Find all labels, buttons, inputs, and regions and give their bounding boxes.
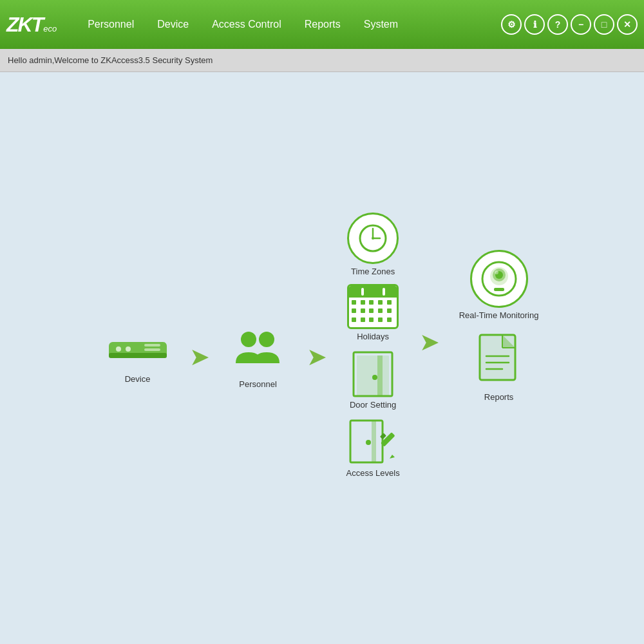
svg-rect-29 [480, 335, 515, 380]
time-zones-label: Time Zones [351, 267, 395, 276]
svg-rect-14 [377, 355, 383, 396]
time-zones-icon-circle [347, 213, 399, 264]
svg-point-18 [366, 440, 371, 445]
reports-label: Reports [484, 392, 514, 402]
device-column: Device [106, 332, 170, 384]
svg-rect-17 [372, 421, 376, 462]
access-levels-icon [347, 417, 399, 466]
calendar-grid [349, 298, 397, 327]
svg-point-11 [372, 237, 374, 240]
window-controls: ⚙ ℹ ? − □ ✕ [501, 14, 638, 35]
device-item[interactable]: Device [106, 332, 170, 384]
nav-system[interactable]: System [352, 0, 410, 49]
svg-rect-27 [494, 288, 504, 291]
real-time-monitoring-label: Real-Time Monitoring [459, 310, 539, 320]
svg-point-2 [116, 346, 121, 352]
reports-icon [473, 332, 525, 390]
real-time-monitoring-item[interactable]: Real-Time Monitoring [459, 250, 539, 320]
logo-t: T [32, 13, 44, 37]
access-levels-item[interactable]: Access Levels [346, 417, 400, 478]
real-time-monitoring-icon-circle [470, 250, 528, 308]
arrow-personnel-middle: ➤ [307, 343, 327, 371]
svg-rect-4 [144, 344, 160, 346]
svg-rect-1 [109, 353, 167, 358]
minimize-button[interactable]: − [571, 14, 591, 35]
svg-point-3 [126, 346, 131, 352]
nav-reports[interactable]: Reports [293, 0, 352, 49]
door-setting-icon [350, 349, 395, 397]
logo-zk: ZK [6, 13, 32, 37]
arrow-middle-right: ➤ [419, 328, 440, 356]
title-bar: ZK T eco Personnel Device Access Control… [0, 0, 644, 49]
svg-point-15 [372, 375, 377, 380]
door-setting-item[interactable]: Door Setting [350, 349, 396, 410]
logo-eco: eco [43, 24, 57, 33]
device-label: Device [125, 374, 151, 384]
status-bar: Hello admin,Welcome to ZKAccess3.5 Secur… [0, 49, 644, 72]
nav-personnel[interactable]: Personnel [76, 0, 146, 49]
status-message: Hello admin,Welcome to ZKAccess3.5 Secur… [8, 55, 213, 65]
help-button[interactable]: ? [547, 14, 568, 35]
device-icon [106, 332, 170, 368]
personnel-icon [229, 328, 287, 373]
holidays-label: Holidays [357, 332, 389, 341]
nav-menu: Personnel Device Access Control Reports … [76, 0, 501, 49]
right-column: Real-Time Monitoring Reports [459, 250, 539, 402]
reports-item[interactable]: Reports [473, 332, 525, 402]
svg-point-26 [495, 270, 498, 274]
door-setting-label: Door Setting [350, 400, 396, 410]
middle-column: Time Zones [346, 213, 400, 478]
maximize-button[interactable]: □ [594, 14, 614, 35]
real-time-monitoring-icon [480, 260, 518, 298]
personnel-column: Personnel [229, 328, 287, 389]
svg-point-6 [241, 332, 256, 347]
logo: ZK T eco [6, 13, 57, 37]
svg-rect-5 [144, 348, 160, 351]
main-content: Device ➤ Personnel ➤ [0, 72, 644, 644]
holidays-icon-box [347, 284, 399, 329]
settings-button[interactable]: ⚙ [501, 14, 522, 35]
close-button[interactable]: ✕ [617, 14, 638, 35]
workflow-layout: Device ➤ Personnel ➤ [106, 213, 539, 478]
time-zones-icon [357, 222, 389, 254]
holidays-item[interactable]: Holidays [347, 284, 399, 341]
svg-point-7 [259, 332, 274, 347]
personnel-item[interactable]: Personnel [229, 328, 287, 389]
nav-device[interactable]: Device [146, 0, 200, 49]
arrow-device-personnel: ➤ [189, 343, 210, 371]
time-zones-item[interactable]: Time Zones [347, 213, 399, 276]
nav-access-control[interactable]: Access Control [200, 0, 293, 49]
info-button[interactable]: ℹ [524, 14, 545, 35]
svg-marker-20 [390, 455, 395, 459]
personnel-label: Personnel [239, 379, 277, 389]
access-levels-label: Access Levels [346, 468, 400, 478]
